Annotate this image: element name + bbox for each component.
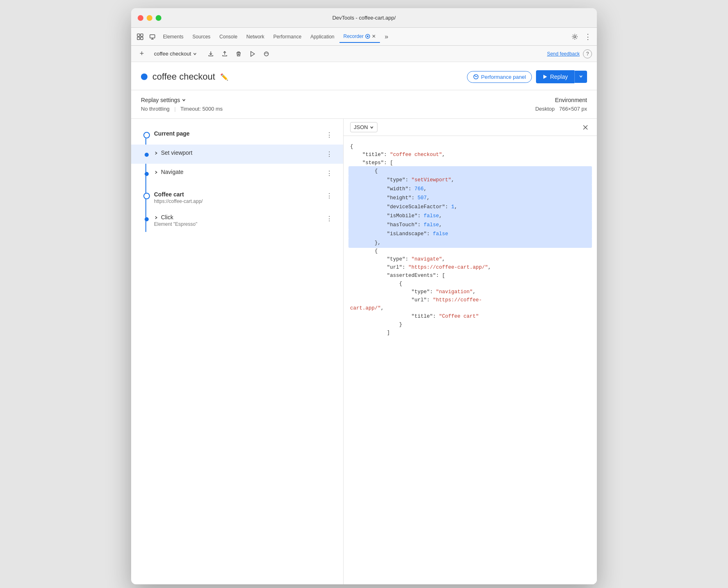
step-set-viewport[interactable]: Set viewport ⋮ bbox=[131, 145, 343, 164]
close-button[interactable] bbox=[138, 15, 143, 21]
maximize-button[interactable] bbox=[156, 15, 161, 21]
recording-selector[interactable]: coffee checkout bbox=[151, 49, 200, 58]
add-recording-button[interactable]: + bbox=[136, 48, 147, 60]
traffic-lights bbox=[138, 15, 161, 21]
step-content-navigate: Navigate bbox=[154, 169, 324, 175]
expand-icon bbox=[182, 98, 186, 102]
json-line: "url": "https://coffee-cart.app/", bbox=[350, 263, 590, 272]
tab-sources[interactable]: Sources bbox=[188, 31, 214, 43]
tab-elements[interactable]: Elements bbox=[159, 31, 188, 43]
step-navigate[interactable]: Navigate ⋮ bbox=[131, 164, 343, 183]
json-line: { bbox=[350, 247, 590, 255]
environment-title: Environment bbox=[535, 97, 587, 103]
json-line-highlighted: "isMobile": false, bbox=[348, 211, 592, 221]
main-content: Current page ⋮ Set viewport bbox=[131, 119, 597, 584]
recording-title-area: coffee checkout ✏️ bbox=[141, 71, 467, 82]
devtools-window: DevTools - coffee-cart.app/ Elements Sou… bbox=[131, 8, 597, 584]
json-line-highlighted: "hasTouch": false, bbox=[348, 220, 592, 230]
header-actions: Performance panel Replay bbox=[467, 70, 587, 83]
delete-button[interactable] bbox=[233, 48, 244, 60]
performance-panel-button[interactable]: Performance panel bbox=[467, 71, 532, 83]
edit-title-icon[interactable]: ✏️ bbox=[220, 73, 228, 81]
tab-performance[interactable]: Performance bbox=[269, 31, 306, 43]
step-more-click[interactable]: ⋮ bbox=[324, 214, 335, 223]
json-line: "type": "navigation", bbox=[350, 288, 590, 296]
json-header: JSON bbox=[344, 119, 597, 136]
json-line-highlighted: "width": 766, bbox=[348, 184, 592, 194]
more-options-icon[interactable]: ⋮ bbox=[582, 31, 594, 42]
tab-close-recorder[interactable]: ✕ bbox=[372, 33, 376, 39]
step-more-coffee-cart[interactable]: ⋮ bbox=[324, 191, 335, 200]
step-click[interactable]: Click Element "Espresso" ⋮ bbox=[131, 209, 343, 232]
replay-button-group: Replay bbox=[536, 70, 587, 83]
expand-step-icon bbox=[154, 151, 158, 155]
step-node-navigate bbox=[145, 172, 149, 176]
replay-dropdown-button[interactable] bbox=[574, 71, 587, 83]
step-coffee-cart[interactable]: Coffee cart https://coffee-cart.app/ ⋮ bbox=[131, 186, 343, 209]
step-node-current-page bbox=[143, 132, 150, 138]
send-feedback-link[interactable]: Send feedback bbox=[547, 51, 580, 57]
json-close-button[interactable] bbox=[581, 122, 590, 132]
inspector-icon[interactable] bbox=[134, 31, 146, 42]
json-line-highlighted: "height": 507, bbox=[348, 193, 592, 203]
chevron-down-icon bbox=[579, 74, 583, 78]
step-more-navigate[interactable]: ⋮ bbox=[324, 169, 335, 178]
json-line-highlighted: "type": "setViewport", bbox=[348, 175, 592, 185]
step-more-current-page[interactable]: ⋮ bbox=[324, 130, 335, 140]
replay-settings-title[interactable]: Replay settings bbox=[141, 97, 535, 103]
device-icon[interactable] bbox=[147, 31, 158, 42]
step-label-navigate: Navigate bbox=[154, 169, 324, 175]
json-line: "assertedEvents": [ bbox=[350, 272, 590, 280]
export-button[interactable] bbox=[205, 48, 217, 60]
play-button[interactable] bbox=[247, 48, 258, 60]
step-label-viewport: Set viewport bbox=[154, 149, 324, 156]
step-content-current-page: Current page bbox=[154, 130, 324, 137]
help-button[interactable]: ? bbox=[583, 49, 592, 58]
step-sublabel-coffee-cart: https://coffee-cart.app/ bbox=[154, 198, 324, 204]
json-line: "type": "navigate", bbox=[350, 255, 590, 263]
json-line: { bbox=[350, 280, 590, 288]
step-content-viewport: Set viewport bbox=[154, 149, 324, 156]
record-button[interactable] bbox=[261, 48, 272, 60]
chevron-down-icon bbox=[193, 52, 197, 56]
expand-navigate-icon bbox=[154, 170, 158, 174]
recording-status-dot bbox=[141, 74, 147, 80]
svg-rect-0 bbox=[137, 34, 140, 36]
svg-rect-3 bbox=[141, 37, 143, 40]
replay-button[interactable]: Replay bbox=[536, 70, 574, 83]
recorder-icon bbox=[365, 34, 370, 39]
steps-panel: Current page ⋮ Set viewport bbox=[131, 119, 344, 584]
step-content-click: Click Element "Espresso" bbox=[154, 214, 324, 227]
step-label-coffee-cart: Coffee cart bbox=[154, 191, 324, 198]
devtools-tabbar: Elements Sources Console Network Perform… bbox=[131, 28, 597, 46]
step-content-coffee-cart: Coffee cart https://coffee-cart.app/ bbox=[154, 191, 324, 204]
json-line-highlighted: }, bbox=[348, 238, 592, 248]
performance-icon bbox=[473, 74, 479, 80]
format-chevron-icon bbox=[370, 125, 374, 129]
step-current-page[interactable]: Current page ⋮ bbox=[131, 125, 343, 145]
tab-application[interactable]: Application bbox=[306, 31, 339, 43]
replay-settings-section: Replay settings No throttling | Timeout:… bbox=[131, 90, 597, 119]
json-line-highlighted: "isLandscape": false bbox=[348, 229, 592, 239]
settings-icon[interactable] bbox=[569, 31, 581, 42]
minimize-button[interactable] bbox=[147, 15, 152, 21]
svg-point-11 bbox=[264, 52, 268, 56]
json-line: "title": "Coffee cart" bbox=[350, 312, 590, 321]
recording-title: coffee checkout bbox=[152, 71, 215, 82]
step-label-click: Click bbox=[154, 214, 324, 220]
svg-rect-1 bbox=[141, 34, 143, 36]
json-content[interactable]: { "title": "coffee checkout", "steps": [… bbox=[344, 136, 597, 584]
window-title: DevTools - coffee-cart.app/ bbox=[332, 15, 395, 21]
step-node-coffee-cart bbox=[143, 193, 150, 199]
step-sublabel-click: Element "Espresso" bbox=[154, 221, 324, 227]
import-button[interactable] bbox=[219, 48, 230, 60]
step-label-current-page: Current page bbox=[154, 130, 324, 137]
settings-right: Environment Desktop 766×507 px bbox=[535, 97, 587, 112]
tab-console[interactable]: Console bbox=[215, 31, 241, 43]
json-format-selector[interactable]: JSON bbox=[350, 122, 377, 132]
step-more-viewport[interactable]: ⋮ bbox=[324, 149, 335, 159]
tab-network[interactable]: Network bbox=[242, 31, 268, 43]
tab-recorder[interactable]: Recorder ✕ bbox=[339, 31, 380, 43]
recorder-toolbar: + coffee checkout bbox=[131, 46, 597, 62]
more-tabs-icon[interactable]: » bbox=[381, 31, 392, 42]
